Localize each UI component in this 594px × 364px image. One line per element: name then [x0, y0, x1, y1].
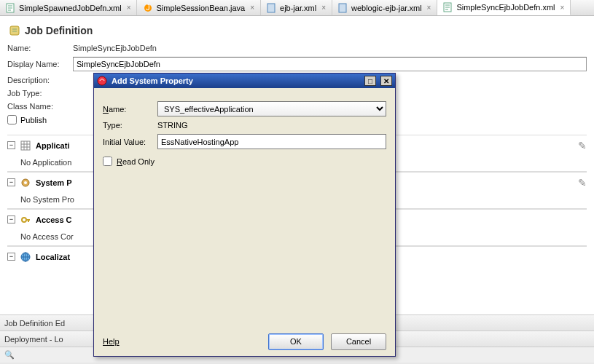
- collapse-icon[interactable]: −: [7, 253, 15, 261]
- section-title: Applicati: [36, 141, 69, 150]
- tab-simplespawned[interactable]: SimpleSpawnedJobDefn.xml ×: [0, 0, 137, 15]
- collapse-icon[interactable]: −: [7, 178, 15, 186]
- editor-tabbar: SimpleSpawnedJobDefn.xml × J SimpleSessi…: [0, 0, 594, 16]
- page-title-text: Job Definition: [25, 25, 93, 36]
- dlg-name-select[interactable]: SYS_effectiveApplication: [157, 101, 386, 116]
- grid-icon: [20, 140, 31, 151]
- search-icon: 🔍: [4, 350, 15, 360]
- tab-label: ejb-jar.xml: [280, 4, 316, 12]
- globe-icon: [20, 251, 31, 263]
- dialog-title: Add System Property: [112, 76, 193, 85]
- dlg-readonly-label: Read Only: [117, 157, 155, 166]
- section-title: Access C: [36, 215, 72, 224]
- name-value: SimpleSyncEjbJobDefn: [73, 44, 157, 52]
- close-icon[interactable]: ×: [127, 4, 131, 12]
- svg-point-10: [22, 218, 26, 222]
- help-link[interactable]: Help: [103, 337, 120, 346]
- tab-label: SimpleSyncEjbJobDefn.xml: [456, 3, 555, 12]
- dlg-readonly-checkbox[interactable]: [103, 157, 112, 166]
- tab-ejbjar[interactable]: ejb-jar.xml ×: [261, 0, 332, 15]
- edit-icon[interactable]: ✎: [578, 140, 587, 151]
- maximize-button[interactable]: □: [364, 76, 376, 86]
- java-file-icon: J: [143, 3, 153, 13]
- dialog-titlebar[interactable]: Add System Property □ ✕: [94, 74, 395, 88]
- tab-label: weblogic-ejb-jar.xml: [351, 4, 422, 12]
- section-title: System P: [36, 178, 72, 187]
- svg-rect-3: [267, 4, 275, 12]
- publish-checkbox[interactable]: [7, 115, 17, 124]
- close-icon[interactable]: ×: [427, 4, 431, 12]
- xml-file-icon: [6, 3, 16, 13]
- status-text: Deployment - Lo: [4, 335, 63, 344]
- close-icon[interactable]: ×: [250, 4, 254, 12]
- app-icon: [97, 76, 107, 86]
- collapse-icon[interactable]: −: [7, 215, 15, 223]
- svg-text:J: J: [146, 3, 151, 12]
- display-name-input[interactable]: [73, 57, 587, 71]
- name-label: Name:: [7, 44, 73, 52]
- footer-tab-label: Job Definition Ed: [4, 319, 65, 328]
- dlg-initial-label: Initial Value:: [103, 138, 157, 146]
- xml-file-icon: [338, 3, 348, 13]
- ok-button[interactable]: OK: [268, 333, 324, 350]
- tab-simplesessionbean[interactable]: J SimpleSessionBean.java ×: [137, 0, 261, 15]
- svg-rect-6: [10, 26, 19, 35]
- tab-label: SimpleSessionBean.java: [156, 4, 245, 12]
- tab-weblogic-ejbjar[interactable]: weblogic-ejb-jar.xml ×: [332, 0, 437, 15]
- section-title: Localizat: [36, 253, 70, 261]
- dlg-initial-input[interactable]: [157, 134, 386, 149]
- close-icon[interactable]: ×: [560, 4, 565, 12]
- svg-point-9: [24, 181, 27, 184]
- dlg-type-value: STRING: [157, 121, 188, 130]
- svg-rect-4: [339, 4, 346, 12]
- add-system-property-dialog: Add System Property □ ✕ Name: SYS_effect…: [93, 73, 396, 357]
- jobtype-label: Job Type:: [7, 89, 73, 98]
- publish-label: Publish: [20, 116, 47, 124]
- close-icon[interactable]: ×: [321, 4, 326, 12]
- close-button[interactable]: ✕: [380, 76, 392, 86]
- svg-rect-7: [21, 141, 30, 150]
- display-name-label: Display Name:: [7, 60, 73, 68]
- dlg-name-label: Name:: [103, 105, 157, 114]
- xml-file-icon: [267, 3, 277, 13]
- cancel-button[interactable]: Cancel: [331, 333, 386, 350]
- svg-point-13: [98, 76, 106, 85]
- tab-simplesync[interactable]: SimpleSyncEjbJobDefn.xml ×: [437, 0, 571, 15]
- dlg-type-label: Type:: [103, 121, 157, 130]
- xml-file-icon: [443, 2, 453, 12]
- classname-label: Class Name:: [7, 102, 73, 111]
- key-icon: [20, 214, 31, 226]
- tab-label: SimpleSpawnedJobDefn.xml: [19, 4, 122, 12]
- gear-icon: [20, 177, 31, 189]
- page-title: Job Definition: [9, 25, 587, 36]
- job-definition-icon: [9, 25, 20, 36]
- edit-icon[interactable]: ✎: [578, 177, 587, 189]
- dialog-body: Name: SYS_effectiveApplication Type: STR…: [94, 88, 395, 327]
- dialog-footer: Help OK Cancel: [94, 327, 395, 356]
- collapse-icon[interactable]: −: [7, 141, 15, 149]
- description-label: Description:: [7, 76, 73, 84]
